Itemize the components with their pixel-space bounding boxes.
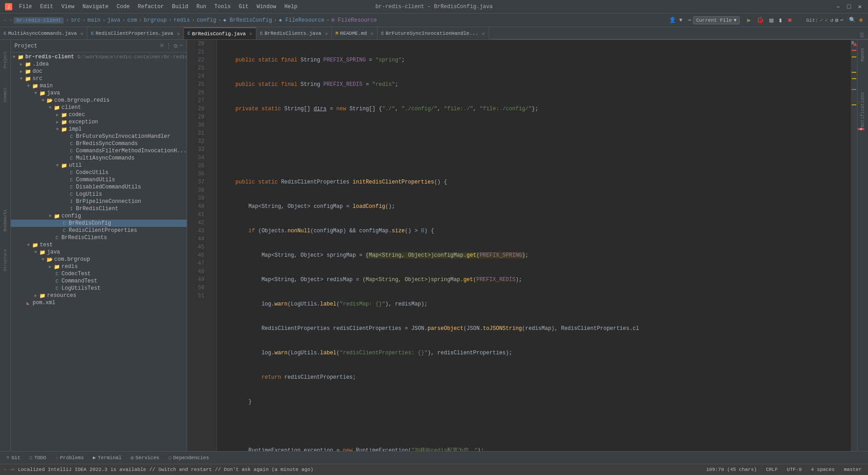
nav-back[interactable]: ← xyxy=(4,17,7,24)
git-tab[interactable]: ▿ Git xyxy=(4,453,23,462)
tree-root[interactable]: ▼ 📁 br-redis-client D:\workspace\redis-c… xyxy=(11,53,187,61)
close-tab-icon[interactable]: ✕ xyxy=(371,31,374,37)
list-item[interactable]: C BrRedisConfig xyxy=(11,220,187,227)
commit-icon[interactable]: Commit xyxy=(1,81,10,108)
tab-brredisclients[interactable]: C BrRedisClients.java ✕ xyxy=(256,28,332,39)
menu-edit[interactable]: Edit xyxy=(37,3,57,11)
list-item[interactable]: I BrPipelineConnection xyxy=(11,198,187,205)
list-item[interactable]: ▶ 📁 codec xyxy=(11,111,187,118)
dependencies-tab[interactable]: ◌ Dependencies xyxy=(165,454,212,461)
menu-code[interactable]: Code xyxy=(113,3,133,11)
breadcrumb-main[interactable]: main xyxy=(87,17,100,24)
scrollbar-markers[interactable]: ▲ 8 xyxy=(851,40,857,451)
list-item[interactable]: C RedisClientProperties xyxy=(11,227,187,234)
tree-icon-settings[interactable]: ⚙ xyxy=(174,42,177,50)
menu-build[interactable]: Build xyxy=(168,3,192,11)
breadcrumb-config[interactable]: config xyxy=(197,17,216,24)
menu-navigate[interactable]: Navigate xyxy=(79,3,112,11)
terminal-tab[interactable]: ▶ Terminal xyxy=(90,454,124,461)
list-item[interactable]: C CodecTest xyxy=(11,270,187,277)
breadcrumb-file2[interactable]: m FileResource xyxy=(331,17,377,24)
breadcrumb-com[interactable]: com xyxy=(127,17,137,24)
git-update[interactable]: ↺ xyxy=(830,17,833,24)
list-item[interactable]: ▶ 📁 exception xyxy=(11,118,187,126)
debug-button[interactable]: 🐞 xyxy=(755,16,766,24)
settings-icon[interactable]: ⚙ xyxy=(858,16,864,24)
list-item[interactable]: ▶ 📁 redis xyxy=(11,263,187,270)
list-item[interactable]: C BrRedisClients xyxy=(11,234,187,241)
close-tab-icon[interactable]: ✕ xyxy=(80,31,84,37)
list-item[interactable]: ▼ 📁 config xyxy=(11,212,187,220)
menu-run[interactable]: Run xyxy=(193,3,210,11)
maven-tab[interactable]: Maven xyxy=(860,46,865,63)
breadcrumb-file1[interactable]: ◆ FileResource xyxy=(279,17,325,24)
breadcrumb-brgroup[interactable]: brgroup xyxy=(144,17,166,24)
list-item[interactable]: ▼ 📁 src xyxy=(11,75,187,82)
list-item[interactable]: C CodecUtils xyxy=(11,169,187,176)
git-check1[interactable]: ✓ xyxy=(820,17,823,24)
minimize-button[interactable]: – xyxy=(835,3,842,10)
status-branch[interactable]: master xyxy=(841,467,864,472)
close-tab-icon[interactable]: ✕ xyxy=(250,31,253,37)
breadcrumb-project[interactable]: br-redis-client xyxy=(14,17,64,24)
menu-git[interactable]: Git xyxy=(235,3,252,11)
close-tab-icon[interactable]: ✕ xyxy=(325,31,328,37)
tree-icon-collapse[interactable]: ⋮ xyxy=(165,42,172,50)
list-item[interactable]: C BrRedisSyncCommands xyxy=(11,140,187,147)
current-file-dropdown[interactable]: Current File ▼ xyxy=(693,16,740,24)
tab-readme[interactable]: M README.md ✕ xyxy=(332,28,377,39)
status-position[interactable]: 109:70 (45 chars) xyxy=(703,467,760,472)
tree-icon-close[interactable]: − xyxy=(179,42,183,50)
git-back[interactable]: ↩ xyxy=(840,17,844,24)
menu-refactor[interactable]: Refactor xyxy=(134,3,168,11)
breadcrumb-class[interactable]: ◆ BrRedisConfig xyxy=(223,17,272,24)
list-item[interactable]: C MultiAsyncCommands xyxy=(11,155,187,162)
menu-window[interactable]: Window xyxy=(253,3,280,11)
list-item[interactable]: ▶ 📁 doc xyxy=(11,68,187,75)
breadcrumb-src[interactable]: src xyxy=(71,17,81,24)
project-icon[interactable]: Project xyxy=(1,42,10,78)
list-item[interactable]: C CommandUtils xyxy=(11,176,187,183)
list-item[interactable]: C CommandsFilterMethodInvocationH... xyxy=(11,147,187,155)
structure-icon[interactable]: Structure xyxy=(1,242,10,278)
menu-view[interactable]: View xyxy=(58,3,78,11)
status-crlf[interactable]: CRLF xyxy=(763,467,780,472)
close-tab-icon[interactable]: ✕ xyxy=(482,31,485,37)
profile-icon[interactable]: 👤 ▼ xyxy=(669,17,682,24)
close-tab-icon[interactable]: ✕ xyxy=(177,31,180,37)
list-item[interactable]: ▶ 📁 resources xyxy=(11,292,187,299)
list-item[interactable]: ▼ 📁 java xyxy=(11,249,187,256)
tab-brfuture[interactable]: C BrFutureSyncInvocationHandle... ✕ xyxy=(377,28,489,39)
status-charset[interactable]: UTF-8 xyxy=(784,467,805,472)
list-item[interactable]: C LogUtilsTest xyxy=(11,285,187,292)
status-indent[interactable]: 4 spaces xyxy=(808,467,838,472)
breadcrumb-java[interactable]: java xyxy=(107,17,120,24)
profile-run-button[interactable]: ▮ xyxy=(777,16,784,24)
run-button[interactable]: ▶ xyxy=(745,16,752,24)
breadcrumb-redis[interactable]: redis xyxy=(174,17,190,24)
editor-content[interactable]: 20 21 22 23 24 25 26 27 28 29 30 31 32 3… xyxy=(187,40,857,451)
list-item[interactable]: C BrFutureSyncInvocationHandler xyxy=(11,133,187,140)
list-item[interactable]: ▼ 📂 com.brgroup xyxy=(11,256,187,263)
maximize-button[interactable]: □ xyxy=(845,3,853,10)
list-item[interactable]: ▼ 📁 main xyxy=(11,82,187,89)
list-item[interactable]: ▼ 📁 test xyxy=(11,241,187,249)
list-item[interactable]: C LogUtils xyxy=(11,191,187,198)
list-item[interactable]: ▶ 📁 .idea xyxy=(11,61,187,68)
menu-file[interactable]: File xyxy=(15,3,36,11)
menu-help[interactable]: Help xyxy=(281,3,301,11)
services-tab[interactable]: ◎ Services xyxy=(128,454,162,461)
nav-forward[interactable]: → xyxy=(9,17,12,24)
search-icon[interactable]: 🔍 xyxy=(849,17,856,24)
stop-button[interactable]: ■ xyxy=(786,17,793,24)
coverage-button[interactable]: ▤ xyxy=(768,16,775,24)
close-button[interactable]: ✕ xyxy=(856,3,863,10)
list-item[interactable]: ▼ 📁 client xyxy=(11,104,187,111)
list-item[interactable]: ▼ 📂 com.brgroup.redis xyxy=(11,97,187,104)
list-item[interactable]: ◣ pom.xml xyxy=(11,299,187,306)
git-history[interactable]: ◍ xyxy=(835,17,838,24)
list-item[interactable]: I BrRedisClient xyxy=(11,205,187,212)
tab-multiasync[interactable]: C MultiAsyncCommands.java ✕ xyxy=(0,28,87,39)
tree-icon-expand[interactable]: ≡ xyxy=(160,42,164,50)
todo-tab[interactable]: ☐ TODO xyxy=(27,454,49,461)
